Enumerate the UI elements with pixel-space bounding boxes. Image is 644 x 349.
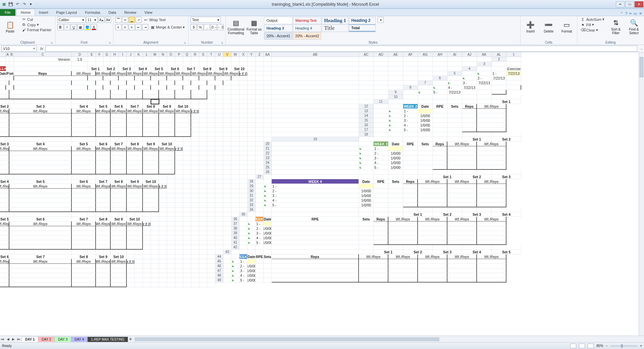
align-center-button[interactable]: ≡ [122,24,128,30]
find-select-button[interactable]: 🔍Find & Select [626,17,642,37]
col-header-F[interactable]: F [96,52,103,57]
style-warning-text[interactable]: Warning Text [293,17,321,24]
fill-color-button[interactable]: 🪣 [84,24,90,30]
comma-button[interactable]: , [204,24,210,30]
orientation-button[interactable]: ↗ [136,17,142,23]
percent-button[interactable]: % [197,24,203,30]
wb-close-icon[interactable]: ✕ [639,11,642,16]
col-header-A[interactable]: A [6,52,9,57]
col-header-AJ[interactable]: AJ [462,52,477,57]
clear-button[interactable]: ⌫Clear▾ [579,28,606,33]
col-header-E[interactable]: E [88,52,96,57]
col-header-N[interactable]: N [159,52,167,57]
sheet-tab-day3[interactable]: DAY 3 [54,337,71,342]
name-box[interactable]: V10▾ [1,46,37,52]
col-header-AF[interactable]: AF [403,52,418,57]
col-header-T[interactable]: T [207,52,215,57]
col-header-AA[interactable]: AA [264,52,272,57]
col-header-K[interactable]: K [135,52,143,57]
font-name-select[interactable]: Calibri▾ [57,17,86,23]
style-heading-3[interactable]: Heading 3 [264,24,292,32]
zoom-level[interactable]: 85% [596,344,603,348]
col-header-P[interactable]: P [175,52,183,57]
tab-review[interactable]: Review [120,9,140,16]
tab-page-layout[interactable]: Page Layout [52,9,81,16]
font-dialog-icon[interactable]: ↘ [108,41,111,44]
sheet-tab-1rm[interactable]: 1-REP MAX TESTING [87,337,128,342]
formula-input[interactable] [45,46,637,52]
col-header-R[interactable]: R [191,52,199,57]
normal-view-button[interactable] [570,344,576,348]
increase-indent-button[interactable]: ⇥ [142,24,148,30]
horizontal-scrollbar[interactable] [135,337,643,342]
insert-cells-button[interactable]: ➕Insert [523,17,539,37]
col-header-AH[interactable]: AH [433,52,447,57]
col-header-AL[interactable]: AL [492,52,506,57]
col-header-W[interactable]: W [231,52,239,57]
tab-data[interactable]: Data [104,9,120,16]
italic-button[interactable]: I [64,24,70,30]
sheet-nav-prev[interactable]: ◀ [5,337,11,341]
redo-icon[interactable]: ↷ [21,2,27,7]
zoom-in-button[interactable]: + [640,344,642,348]
sheet-nav-last[interactable]: ⏭ [16,337,21,341]
col-header-B[interactable]: B [9,52,14,57]
sheet-tab-day1[interactable]: DAY 1 [21,337,38,342]
minimize-ribbon-icon[interactable]: ⌃ [620,11,623,16]
delete-cells-button[interactable]: ➖Delete [541,17,557,37]
expand-formula-bar-icon[interactable]: ⌄ [639,46,644,51]
style-accent2[interactable]: 20% - Accent2 [293,32,321,40]
format-as-table-button[interactable]: ▦Format as Table [246,17,262,37]
col-header-V[interactable]: V [223,52,231,57]
sheet-tab-day2[interactable]: DAY 2 [38,337,55,342]
copy-button[interactable]: ⧉Copy▾ [20,22,53,27]
format-painter-button[interactable]: 🖌Format Painter [20,28,53,32]
qat-more-icon[interactable]: ▾ [28,2,34,7]
vertical-scrollbar[interactable] [639,52,644,336]
col-header-X[interactable]: X [239,52,248,57]
col-header-AG[interactable]: AG [418,52,433,57]
conditional-formatting-button[interactable]: ▤Conditional Formatting [228,17,244,37]
page-break-view-button[interactable] [588,344,594,348]
paste-button[interactable]: 📋Paste [2,17,18,37]
col-header-M[interactable]: M [151,52,159,57]
col-header-L[interactable]: L [143,52,151,57]
style-accent1[interactable]: 20% - Accent1 [264,32,292,40]
sheet-nav-next[interactable]: ▶ [11,337,16,341]
page-layout-view-button[interactable] [579,344,585,348]
wb-min-icon[interactable]: ━ [629,11,632,16]
active-cell[interactable] [151,99,159,104]
alignment-dialog-icon[interactable]: ↘ [183,41,186,44]
number-format-select[interactable]: Text▾ [191,17,221,23]
tab-insert[interactable]: Insert [35,9,52,16]
tab-view[interactable]: View [141,9,157,16]
style-heading-4[interactable]: Heading 4 [293,24,321,32]
format-cells-button[interactable]: ▭Format [559,17,575,37]
align-right-button[interactable]: ≡ [129,24,135,30]
zoom-slider[interactable] [610,345,637,347]
align-bottom-button[interactable]: ▁ [129,17,135,23]
style-heading-1[interactable]: Heading 1 [322,17,348,24]
col-header-I[interactable]: I [119,52,127,57]
col-header-S[interactable]: S [199,52,207,57]
cut-button[interactable]: ✂Cut [20,17,53,22]
save-icon[interactable]: 💾 [8,2,13,7]
col-header-AK[interactable]: AK [477,52,492,57]
col-header-C[interactable]: C [14,52,72,57]
fx-icon[interactable]: fx [38,47,45,51]
col-header-H[interactable]: H [111,52,119,57]
col-header-D[interactable]: D [72,52,88,57]
file-tab[interactable]: File [0,9,15,16]
new-sheet-button[interactable]: ✻ [128,337,133,341]
col-header-O[interactable]: O [167,52,175,57]
font-size-select[interactable]: 11▾ [86,17,98,23]
restore-button[interactable]: ▭ [625,1,634,7]
border-button[interactable]: ▦ [77,24,84,30]
font-color-button[interactable]: A [91,24,97,30]
align-top-button[interactable]: ▔ [115,17,121,23]
style-title[interactable]: Title [322,24,348,32]
col-header-AI[interactable]: AI [447,52,462,57]
col-header-J[interactable]: J [127,52,135,57]
zoom-out-button[interactable]: − [606,344,608,348]
decrease-indent-button[interactable]: ⇤ [136,24,142,30]
